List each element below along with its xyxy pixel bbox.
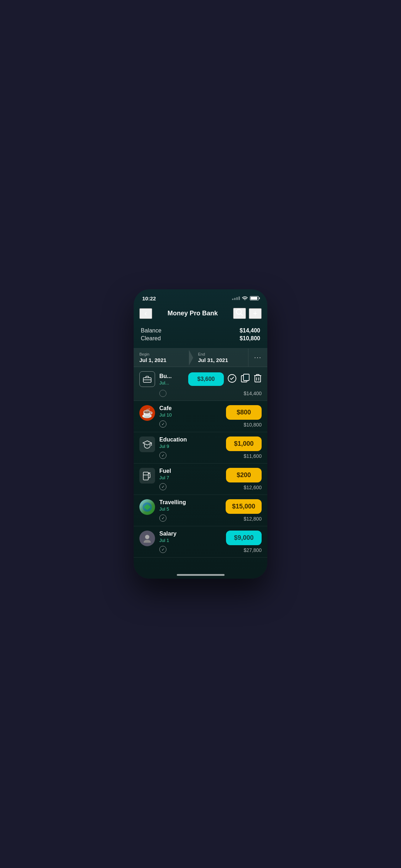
page-title: Money Pro Bank (155, 310, 230, 317)
transaction-2-amount[interactable]: $800 (226, 405, 262, 420)
home-indicator (177, 574, 225, 576)
content-area: Balance $14,400 Cleared $10,800 Begin Ju… (134, 323, 267, 578)
travel-icon (139, 499, 155, 515)
transaction-2-check[interactable] (159, 420, 226, 428)
transaction-item-4[interactable]: Fuel Jul 7 $200 $12,600 (134, 464, 267, 495)
transaction-6-balance: $27,800 (243, 547, 262, 553)
transaction-4-date: Jul 7 (159, 475, 226, 480)
briefcase-icon-wrap (139, 371, 155, 387)
svg-rect-6 (243, 374, 249, 381)
transaction-6-details: Salary Jul 1 (159, 531, 226, 553)
date-end[interactable]: End Jul 31, 2021 (190, 348, 248, 367)
end-label: End (198, 352, 243, 356)
svg-rect-7 (255, 376, 261, 382)
transaction-3-balance: $11,600 (243, 453, 262, 459)
uncheck-circle[interactable] (159, 390, 166, 397)
transaction-3-details: Education Jul 9 (159, 436, 226, 459)
search-button[interactable] (233, 308, 246, 319)
transaction-2-balance: $10,800 (243, 422, 262, 428)
transaction-5-name: Travelling (159, 499, 226, 506)
transaction-item-6[interactable]: Salary Jul 1 $9,000 $27,800 (134, 526, 267, 558)
transaction-2-details: Cafe Jul 10 (159, 405, 226, 428)
transaction-6-date: Jul 1 (159, 538, 226, 543)
wifi-icon (242, 296, 248, 301)
transaction-4-balance: $12,600 (243, 485, 262, 490)
transaction-1-date: Jul... (159, 380, 188, 386)
status-bar: 10:22 (134, 289, 267, 305)
check-action-icon[interactable] (227, 374, 237, 384)
transaction-4-details: Fuel Jul 7 (159, 468, 226, 490)
transaction-6-right: $9,000 $27,800 (226, 531, 262, 553)
svg-point-16 (145, 535, 149, 539)
transaction-2-name: Cafe (159, 405, 226, 412)
cleared-value: $10,800 (240, 335, 260, 342)
transaction-6-amount[interactable]: $9,000 (226, 531, 262, 545)
copy-action-icon[interactable] (241, 374, 250, 384)
end-value: Jul 31, 2021 (198, 357, 243, 363)
date-range: Begin Jul 1, 2021 End Jul 31, 2021 ··· (134, 348, 267, 367)
transaction-2-date: Jul 10 (159, 412, 226, 418)
transaction-2-right: $800 $10,800 (226, 405, 262, 428)
balance-row: Balance $14,400 (141, 327, 260, 334)
transaction-item-1[interactable]: Bu... Jul... $3,600 (134, 367, 267, 401)
transaction-3-check[interactable] (159, 452, 226, 459)
transaction-item-2[interactable]: ☕ Cafe Jul 10 $800 $10,800 (134, 401, 267, 432)
battery-icon (250, 296, 259, 300)
education-icon-wrap (139, 436, 155, 452)
transaction-3-name: Education (159, 436, 226, 443)
date-begin[interactable]: Begin Jul 1, 2021 (134, 348, 190, 367)
transaction-4-amount[interactable]: $200 (226, 468, 262, 482)
salary-icon (139, 531, 155, 546)
balance-label: Balance (141, 327, 161, 334)
transaction-5-amount[interactable]: $15,000 (226, 499, 262, 514)
back-button[interactable]: ‹ (139, 308, 152, 319)
status-icons (232, 296, 259, 301)
transaction-item-5[interactable]: Travelling Jul 5 $15,000 $12,800 (134, 495, 267, 526)
transaction-4-name: Fuel (159, 468, 226, 474)
transaction-1-amount[interactable]: $3,600 (188, 372, 224, 386)
transaction-5-right: $15,000 $12,800 (226, 499, 262, 522)
transaction-5-check[interactable] (159, 515, 226, 522)
transaction-3-date: Jul 9 (159, 444, 226, 449)
svg-rect-12 (143, 472, 148, 480)
begin-label: Begin (139, 352, 184, 356)
transaction-1-balance: $14,400 (243, 391, 262, 396)
transaction-3-right: $1,000 $11,600 (226, 436, 262, 459)
transaction-list: Bu... Jul... $3,600 (134, 367, 267, 558)
delete-action-icon[interactable] (254, 374, 262, 384)
cleared-row: Cleared $10,800 (141, 335, 260, 342)
transaction-5-date: Jul 5 (159, 506, 226, 512)
more-icon: ··· (254, 354, 262, 361)
balance-section: Balance $14,400 Cleared $10,800 (134, 323, 267, 348)
add-button[interactable]: + (249, 308, 262, 319)
transaction-item-3[interactable]: Education Jul 9 $1,000 $11,600 (134, 432, 267, 464)
transaction-5-details: Travelling Jul 5 (159, 499, 226, 522)
signal-icon (232, 296, 240, 300)
transaction-1-name: Bu... (159, 373, 188, 379)
transaction-4-right: $200 $12,600 (226, 468, 262, 490)
cleared-label: Cleared (141, 335, 161, 342)
transaction-6-check[interactable] (159, 546, 226, 553)
transaction-3-amount[interactable]: $1,000 (226, 436, 262, 451)
status-time: 10:22 (142, 295, 156, 301)
transaction-6-name: Salary (159, 531, 226, 537)
transaction-5-balance: $12,800 (243, 516, 262, 522)
svg-point-0 (236, 309, 241, 314)
date-more-button[interactable]: ··· (248, 348, 267, 367)
begin-value: Jul 1, 2021 (139, 357, 184, 363)
header: ‹ Money Pro Bank + (134, 305, 267, 323)
cafe-icon: ☕ (139, 405, 155, 421)
svg-line-1 (241, 314, 243, 316)
fuel-icon-wrap (139, 468, 155, 484)
transaction-4-check[interactable] (159, 483, 226, 490)
phone-frame: 10:22 ‹ Money Pro Bank (134, 289, 267, 579)
transaction-1-details: Bu... Jul... (159, 373, 188, 386)
balance-value: $14,400 (240, 327, 260, 334)
